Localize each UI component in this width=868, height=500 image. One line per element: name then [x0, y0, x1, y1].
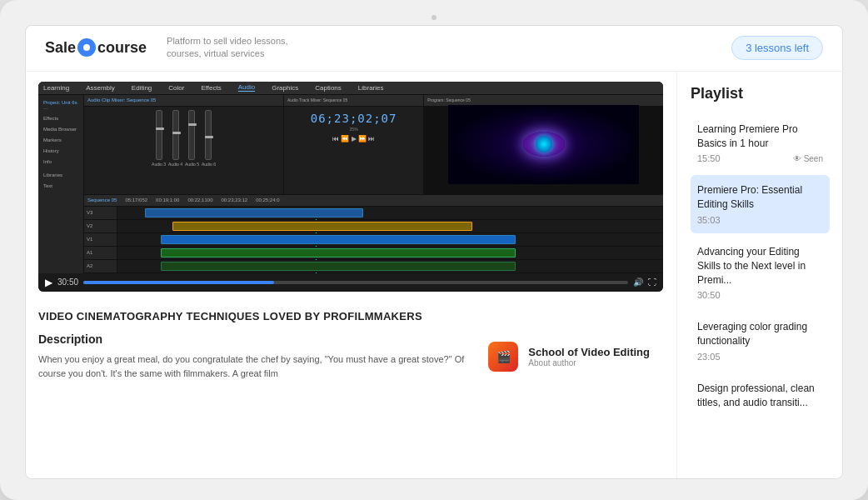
playlist-item-3[interactable]: Advancing your Editing Skills to the Nex… [691, 237, 830, 308]
video-frame: Learning Assembly Editing Color Effects … [38, 82, 663, 273]
premiere-menu-editing[interactable]: Editing [132, 84, 152, 92]
logo: Sale course [45, 38, 147, 57]
playlist-item-time-4: 23:05 [697, 352, 721, 362]
premiere-timecode: 06;23;02;07 [311, 112, 397, 125]
author-section: 🎬 School of Video Editing About author [475, 326, 663, 388]
premiere-sidebar-project: Project: Unit 6s ... [42, 98, 80, 112]
premiere-timeline-tracks: V3 V2 [84, 207, 663, 273]
premiere-menu-learning[interactable]: Learning [43, 84, 69, 92]
premiere-clip-yellow [172, 222, 472, 231]
video-container: Learning Assembly Editing Color Effects … [38, 82, 663, 292]
screen: Sale course Platform to sell video lesso… [25, 25, 843, 479]
premiere-track-a1: A1 [84, 247, 663, 260]
header: Sale course Platform to sell video lesso… [25, 25, 843, 72]
premiere-timeline-header: Sequence 05 05:17/052 00:19;1:00 00:22;1… [84, 195, 663, 207]
premiere-menu-bar: Learning Assembly Editing Color Effects … [38, 82, 663, 95]
premiere-panel-audio-clip: Audio Clip Mixer: Sequence 05 [84, 95, 284, 194]
playlist-item-4[interactable]: Leveraging color grading functionality23… [691, 312, 830, 370]
author-label: About author [528, 358, 650, 368]
premiere-track-v3: V3 [84, 207, 663, 220]
author-name: School of Video Editing [528, 346, 650, 358]
premiere-panel-audio-clip-header: Audio Clip Mixer: Sequence 05 [84, 95, 283, 107]
playlist-item-time-1: 15:50 [697, 153, 721, 163]
premiere-sidebar-media: Media Browser [42, 125, 80, 133]
premiere-track-v1: V1 [84, 233, 663, 247]
tagline-line1: Platform to sell video lessons, [167, 35, 288, 48]
premiere-sidebar-text: Text [42, 182, 80, 190]
premiere-timeline: Sequence 05 05:17/052 00:19;1:00 00:22;1… [84, 195, 663, 273]
premiere-menu-graphics[interactable]: Graphics [272, 84, 298, 92]
playlist-item-title-5: Design professional, clean titles, and a… [697, 382, 823, 410]
premiere-track-a2: A2 [84, 260, 663, 273]
logo-text-course: course [97, 39, 147, 57]
playlist-item-title-4: Leveraging color grading functionality [697, 320, 823, 348]
premiere-menu-audio[interactable]: Audio [238, 83, 255, 92]
laptop-wrapper: Sale course Platform to sell video lesso… [0, 0, 868, 500]
playlist-item-time-3: 30:50 [697, 290, 721, 300]
logo-text: Sale course [45, 38, 147, 57]
description-text: When you enjoy a great meal, do you cong… [38, 352, 468, 382]
premiere-program-monitor: Program: Sequence 05 [424, 95, 663, 194]
playlist-item-1[interactable]: Learning Premiere Pro Basics in 1 hour15… [691, 114, 830, 172]
premiere-sidebar-effects: Effects [42, 114, 80, 122]
premiere-eye-graphic [523, 132, 565, 157]
premiere-menu-color[interactable]: Color [168, 84, 184, 92]
header-tagline: Platform to sell video lessons, courses,… [167, 35, 288, 61]
premiere-sidebar-markers: Markers [42, 136, 80, 144]
premiere-panel-audio-track: Audio Track Mixer: Sequence 05 06;23;02;… [284, 95, 424, 194]
video-title: VIDEO CINEMATOGRAPHY techniques loved by… [25, 302, 676, 326]
author-info: School of Video Editing About author [528, 346, 650, 368]
time-display: 30:50 [57, 278, 78, 287]
volume-icon[interactable]: 🔊 [633, 278, 643, 287]
premiere-main-area: Project: Unit 6s ... Effects Media Brows… [38, 95, 663, 273]
premiere-panel-timecode-header: Audio Track Mixer: Sequence 05 [284, 95, 423, 107]
eye-icon: 👁 [793, 154, 801, 163]
right-panel: Playlist Learning Premiere Pro Basics in… [676, 72, 843, 478]
tagline-line2: courses, virtual services [167, 48, 288, 60]
play-button[interactable]: ▶ [45, 277, 52, 288]
premiere-ui: Learning Assembly Editing Color Effects … [38, 82, 663, 273]
premiere-clip-v1 [161, 235, 516, 244]
seen-badge-1: 👁 Seen [793, 154, 823, 163]
premiere-eye-inner [536, 136, 552, 152]
premiere-clip-a2 [161, 262, 516, 271]
logo-text-sale: Sale [45, 39, 76, 57]
playlist-item-5[interactable]: Design professional, clean titles, and a… [691, 373, 830, 422]
playlist-item-title-1: Learning Premiere Pro Basics in 1 hour [697, 122, 823, 151]
playlist-item-title-3: Advancing your Editing Skills to the Nex… [697, 245, 823, 287]
premiere-clip [145, 208, 363, 218]
left-panel: Learning Assembly Editing Color Effects … [25, 72, 676, 478]
premiere-menu-effects[interactable]: Effects [201, 84, 221, 92]
premiere-center: Audio Clip Mixer: Sequence 05 [84, 95, 663, 273]
playlist-items: Learning Premiere Pro Basics in 1 hour15… [691, 114, 830, 422]
description-title: Description [38, 332, 468, 346]
lessons-badge[interactable]: 3 lessons left [731, 36, 823, 60]
fullscreen-icon[interactable]: ⛶ [648, 278, 656, 287]
premiere-menu-libraries[interactable]: Libraries [358, 84, 384, 92]
description-section: Description When you enjoy a great meal,… [38, 326, 468, 388]
premiere-menu-assembly[interactable]: Assembly [86, 84, 115, 92]
playlist-item-time-2: 35:03 [697, 215, 721, 225]
premiere-clip-a1 [161, 248, 516, 258]
playlist-item-title-2: Premiere Pro: Essential Editing Skills [697, 183, 823, 212]
playlist-item-2[interactable]: Premiere Pro: Essential Editing Skills35… [691, 175, 830, 233]
audio-faders: Audio 3 Audio 4 [152, 110, 216, 167]
camera-dot [432, 15, 436, 20]
bottom-section: Description When you enjoy a great meal,… [25, 326, 676, 388]
author-avatar: 🎬 [488, 342, 518, 372]
premiere-menu-captions[interactable]: Captions [315, 84, 342, 92]
logo-dot-inner [83, 44, 90, 51]
progress-fill [83, 281, 274, 284]
logo-icon [77, 38, 96, 57]
premiere-sidebar-history: History [42, 147, 80, 155]
playlist-title: Playlist [691, 85, 830, 102]
premiere-sidebar: Project: Unit 6s ... Effects Media Brows… [38, 95, 84, 273]
laptop-camera [25, 15, 843, 20]
premiere-monitor-content [448, 105, 639, 184]
progress-bar[interactable] [83, 281, 628, 284]
main-content: Learning Assembly Editing Color Effects … [25, 72, 843, 478]
author-avatar-icon: 🎬 [496, 350, 511, 363]
video-controls: ▶ 30:50 🔊 ⛶ [38, 273, 663, 292]
premiere-sidebar-libraries: Libraries [42, 171, 80, 179]
premiere-sidebar-info: Info [42, 158, 80, 166]
